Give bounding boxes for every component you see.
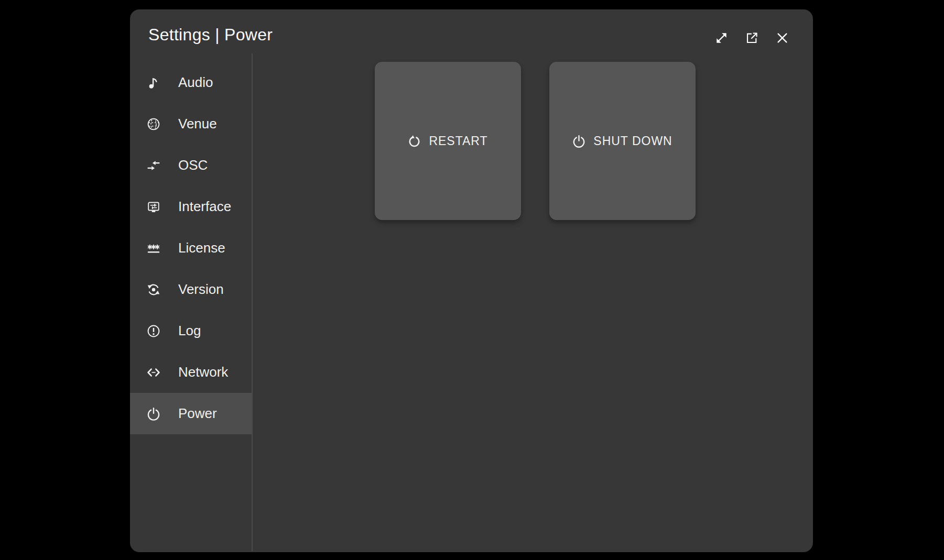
network-code-icon bbox=[147, 366, 160, 379]
sidebar-item-power[interactable]: Power bbox=[130, 393, 252, 434]
dialog-title: Settings | Power bbox=[148, 25, 273, 45]
settings-dialog: Settings | Power bbox=[130, 9, 813, 552]
sidebar-item-log[interactable]: Log bbox=[130, 310, 252, 352]
window-controls bbox=[714, 30, 790, 46]
sidebar-item-label: Version bbox=[178, 281, 224, 298]
shut-down-button[interactable]: SHUT DOWN bbox=[549, 62, 696, 220]
fullscreen-button[interactable] bbox=[714, 30, 729, 46]
license-key-icon bbox=[147, 241, 160, 255]
sidebar-item-label: Network bbox=[178, 364, 228, 380]
sidebar-item-license[interactable]: License bbox=[130, 227, 252, 269]
sidebar-item-label: Venue bbox=[178, 116, 217, 132]
power-icon bbox=[572, 135, 585, 148]
sidebar-item-audio[interactable]: Audio bbox=[130, 62, 252, 103]
restart-icon bbox=[408, 135, 421, 148]
sidebar-item-network[interactable]: Network bbox=[130, 352, 252, 393]
sidebar-item-label: Log bbox=[178, 323, 201, 339]
sidebar-item-interface[interactable]: Interface bbox=[130, 186, 252, 227]
sidebar-item-label: OSC bbox=[178, 157, 208, 173]
sidebar-item-osc[interactable]: OSC bbox=[130, 145, 252, 186]
sidebar-divider bbox=[252, 53, 253, 551]
settings-nav: Audio Venue OS bbox=[130, 62, 252, 434]
expand-diagonal-icon bbox=[714, 30, 729, 46]
sidebar-item-label: Interface bbox=[178, 199, 231, 215]
close-icon bbox=[775, 30, 790, 46]
shut-down-button-label: SHUT DOWN bbox=[593, 134, 672, 148]
osc-arrows-icon bbox=[147, 159, 160, 172]
sync-icon bbox=[147, 283, 160, 297]
sidebar-item-label: Power bbox=[178, 405, 217, 422]
sidebar-item-label: License bbox=[178, 240, 225, 256]
sidebar-item-version[interactable]: Version bbox=[130, 269, 252, 310]
display-sliders-icon bbox=[147, 200, 160, 214]
open-new-window-button[interactable] bbox=[744, 30, 759, 46]
globe-icon bbox=[147, 117, 160, 131]
sidebar-item-label: Audio bbox=[178, 74, 213, 91]
close-button[interactable] bbox=[775, 30, 790, 46]
restart-button-label: RESTART bbox=[429, 134, 487, 148]
power-icon bbox=[147, 407, 160, 421]
music-note-icon bbox=[147, 76, 160, 90]
alert-circle-icon bbox=[147, 324, 160, 338]
restart-button[interactable]: RESTART bbox=[375, 62, 521, 220]
sidebar-item-venue[interactable]: Venue bbox=[130, 103, 252, 145]
open-in-new-window-icon bbox=[744, 30, 759, 46]
